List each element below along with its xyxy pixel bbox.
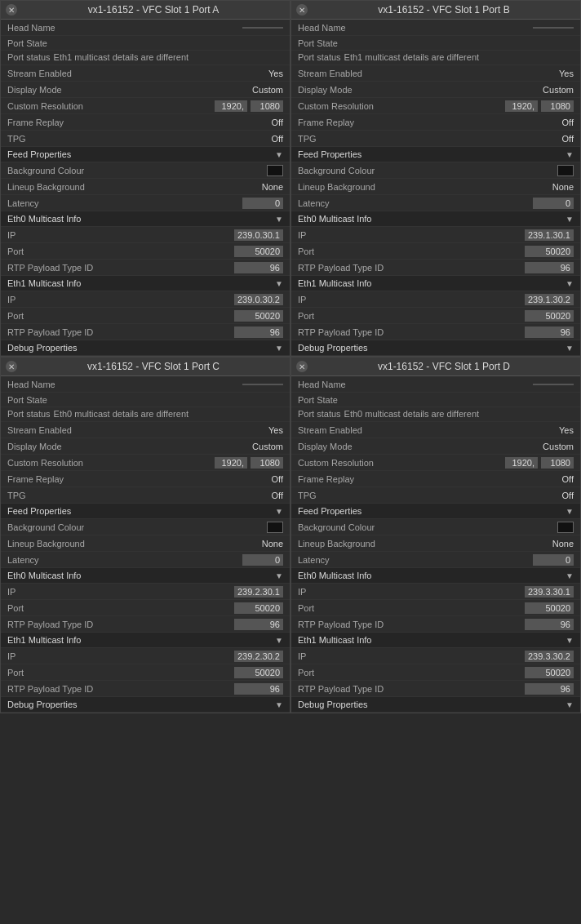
close-button-a[interactable]: ✕ — [6, 4, 17, 16]
stream-enabled-label-b: Stream Enabled — [298, 69, 559, 78]
head-name-label-d: Head Name — [298, 380, 533, 389]
debug-header-c[interactable]: Debug Properties ▼ — [1, 697, 290, 713]
eth0-rtp-value-c[interactable]: 96 — [234, 619, 283, 630]
eth0-header-c[interactable]: Eth0 Multicast Info ▼ — [1, 568, 290, 584]
eth0-port-value-c[interactable]: 50020 — [234, 602, 283, 614]
eth1-header-a[interactable]: Eth1 Multicast Info ▼ — [1, 276, 290, 291]
eth1-label-c: Eth1 Multicast Info — [7, 635, 275, 645]
eth0-port-value-a[interactable]: 50020 — [234, 246, 283, 257]
debug-header-a[interactable]: Debug Properties ▼ — [1, 340, 290, 356]
feed-props-header-c[interactable]: Feed Properties ▼ — [1, 504, 290, 519]
eth1-header-c[interactable]: Eth1 Multicast Info ▼ — [1, 633, 290, 648]
head-name-label-b: Head Name — [298, 23, 533, 33]
bg-colour-label-b: Background Colour — [298, 166, 557, 175]
eth1-ip-row-c: IP 239.2.30.2 — [1, 648, 290, 664]
port-status-label-a: Port status — [7, 52, 51, 62]
lineup-bg-label-c: Lineup Background — [7, 539, 262, 549]
debug-header-b[interactable]: Debug Properties ▼ — [291, 340, 580, 356]
eth1-ip-value-d[interactable]: 239.3.30.2 — [525, 651, 574, 662]
close-button-b[interactable]: ✕ — [296, 4, 308, 16]
custom-res-row-a: Custom Resolution 1920, 1080 — [1, 98, 290, 114]
eth1-port-value-a[interactable]: 50020 — [234, 310, 283, 322]
debug-header-d[interactable]: Debug Properties ▼ — [291, 697, 580, 713]
latency-input-b[interactable]: 0 — [533, 198, 574, 209]
head-name-input-c[interactable] — [242, 384, 283, 385]
res-x-d[interactable]: 1920, — [505, 457, 538, 469]
res-y-c[interactable]: 1080 — [251, 457, 283, 469]
port-status-value-a: Eth1 multicast details are different — [54, 52, 189, 62]
frame-replay-label-c: Frame Replay — [7, 474, 272, 484]
latency-input-d[interactable]: 0 — [533, 554, 574, 566]
eth0-rtp-label-d: RTP Payload Type ID — [298, 620, 525, 629]
eth0-port-value-d[interactable]: 50020 — [525, 602, 574, 614]
res-x-b[interactable]: 1920, — [505, 100, 538, 112]
bg-colour-box-c[interactable] — [267, 522, 283, 533]
eth1-rtp-value-b[interactable]: 96 — [525, 327, 574, 338]
eth0-port-value-b[interactable]: 50020 — [525, 246, 574, 257]
eth0-ip-value-c[interactable]: 239.2.30.1 — [234, 586, 283, 597]
eth0-header-d[interactable]: Eth0 Multicast Info ▼ — [291, 568, 580, 584]
eth0-rtp-value-d[interactable]: 96 — [525, 619, 574, 630]
eth1-ip-value-a[interactable]: 239.0.30.2 — [234, 294, 283, 305]
eth1-rtp-value-d[interactable]: 96 — [525, 683, 574, 695]
tpg-row-c: TPG Off — [1, 487, 290, 504]
eth0-header-b[interactable]: Eth0 Multicast Info ▼ — [291, 211, 580, 227]
eth0-rtp-value-a[interactable]: 96 — [234, 262, 283, 273]
feed-props-label-c: Feed Properties — [7, 506, 275, 516]
stream-enabled-row-d: Stream Enabled Yes — [291, 422, 580, 438]
eth1-port-value-d[interactable]: 50020 — [525, 667, 574, 678]
res-y-d[interactable]: 1080 — [541, 457, 574, 469]
debug-chevron-b: ▼ — [565, 344, 574, 353]
eth1-port-label-b: Port — [298, 311, 525, 321]
eth0-rtp-row-d: RTP Payload Type ID 96 — [291, 616, 580, 633]
bg-colour-box-d[interactable] — [557, 522, 574, 533]
latency-label-c: Latency — [7, 555, 242, 565]
bg-colour-box-a[interactable] — [267, 165, 283, 176]
feed-props-header-b[interactable]: Feed Properties ▼ — [291, 147, 580, 162]
latency-input-c[interactable]: 0 — [242, 554, 283, 566]
feed-props-header-d[interactable]: Feed Properties ▼ — [291, 504, 580, 519]
eth1-rtp-row-d: RTP Payload Type ID 96 — [291, 681, 580, 697]
debug-chevron-d: ▼ — [565, 700, 574, 709]
bg-colour-row-c: Background Colour — [1, 519, 290, 535]
head-name-input-a[interactable] — [242, 27, 283, 29]
panel-header-c: ✕ vx1-16152 - VFC Slot 1 Port C — [1, 358, 290, 376]
eth1-rtp-value-a[interactable]: 96 — [234, 327, 283, 338]
latency-label-a: Latency — [7, 198, 242, 208]
debug-chevron-a: ▼ — [275, 344, 283, 353]
eth1-port-value-c[interactable]: 50020 — [234, 667, 283, 678]
eth0-ip-value-b[interactable]: 239.1.30.1 — [525, 229, 574, 241]
eth0-header-a[interactable]: Eth0 Multicast Info ▼ — [1, 211, 290, 227]
eth0-port-row-b: Port 50020 — [291, 243, 580, 260]
eth1-ip-value-c[interactable]: 239.2.30.2 — [234, 651, 283, 662]
eth0-port-row-d: Port 50020 — [291, 600, 580, 616]
bg-colour-box-b[interactable] — [557, 165, 574, 176]
eth1-ip-value-b[interactable]: 239.1.30.2 — [525, 294, 574, 305]
res-x-a[interactable]: 1920, — [215, 100, 247, 112]
eth0-rtp-value-b[interactable]: 96 — [525, 262, 574, 273]
head-name-input-d[interactable] — [533, 384, 574, 385]
head-name-label-a: Head Name — [7, 23, 242, 33]
eth0-port-row-c: Port 50020 — [1, 600, 290, 616]
feed-props-header-a[interactable]: Feed Properties ▼ — [1, 147, 290, 162]
eth1-port-value-b[interactable]: 50020 — [525, 310, 574, 322]
eth1-ip-label-a: IP — [7, 295, 234, 304]
bg-colour-row-b: Background Colour — [291, 162, 580, 179]
eth1-header-b[interactable]: Eth1 Multicast Info ▼ — [291, 276, 580, 291]
eth0-ip-label-a: IP — [7, 230, 234, 240]
port-status-row-d: Port status Eth0 multicast details are d… — [291, 407, 580, 422]
eth1-label-b: Eth1 Multicast Info — [298, 278, 565, 288]
eth1-header-d[interactable]: Eth1 Multicast Info ▼ — [291, 633, 580, 648]
latency-input-a[interactable]: 0 — [242, 198, 283, 209]
eth1-label-a: Eth1 Multicast Info — [7, 278, 275, 288]
close-button-d[interactable]: ✕ — [296, 361, 308, 372]
eth0-ip-value-d[interactable]: 239.3.30.1 — [525, 586, 574, 597]
eth0-ip-value-a[interactable]: 239.0.30.1 — [234, 229, 283, 241]
close-button-c[interactable]: ✕ — [6, 361, 17, 372]
res-y-a[interactable]: 1080 — [251, 100, 283, 112]
res-x-c[interactable]: 1920, — [215, 457, 247, 469]
eth1-label-d: Eth1 Multicast Info — [298, 635, 565, 645]
res-y-b[interactable]: 1080 — [541, 100, 574, 112]
head-name-input-b[interactable] — [533, 27, 574, 29]
eth1-rtp-value-c[interactable]: 96 — [234, 683, 283, 695]
